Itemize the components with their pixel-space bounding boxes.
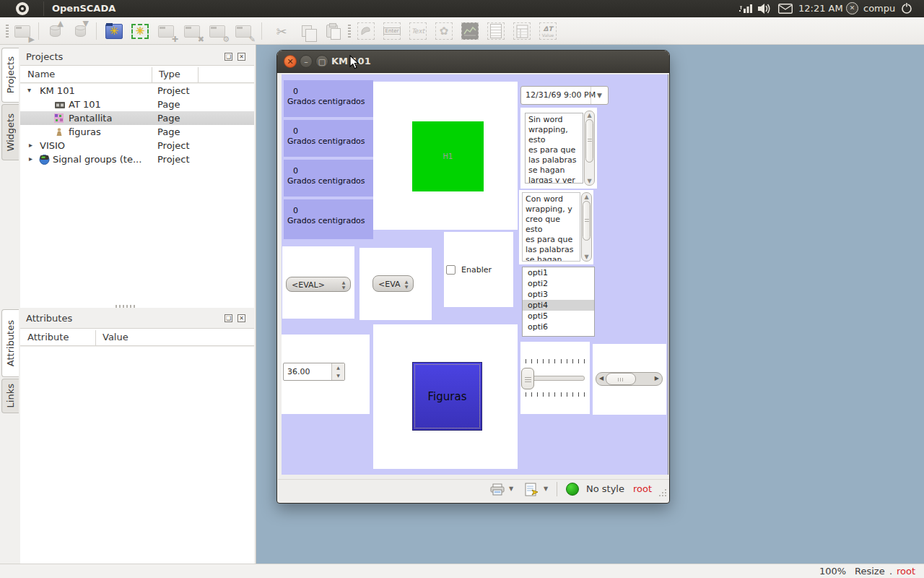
zoom-level: 100% [819, 566, 846, 577]
temp-widget[interactable]: 0 Grados centigrados [284, 80, 373, 117]
chevron-down-icon[interactable]: ▼ [544, 486, 548, 492]
tree-row-visio[interactable]: ▸ VISIO Project [20, 139, 254, 152]
diagram-widget-icon[interactable] [461, 22, 479, 40]
copy-icon[interactable] [297, 22, 316, 40]
vertical-scrollbar[interactable]: ▲ ▼ [581, 192, 592, 262]
horizontal-scrollbar[interactable]: ◀ ▶ [596, 372, 663, 386]
column-value[interactable]: Value [103, 332, 128, 342]
list-item-selected[interactable]: opti4 [523, 300, 594, 311]
window-resize-grip[interactable] [658, 488, 667, 497]
figuras-button[interactable]: Figuras [412, 362, 482, 431]
number-spinbox[interactable]: 36.00 ▲▼ [283, 363, 345, 381]
close-panel-button[interactable]: ✕ [237, 53, 245, 61]
temp-widget[interactable]: 0 Grados centigrados [284, 160, 373, 197]
options-listbox[interactable]: opti1 opti2 opti3 opti4 opti5 opti6 [522, 267, 595, 337]
window-titlebar[interactable]: ✕ – ▢ KM 101 [277, 51, 669, 73]
float-panel-button[interactable]: ❏ [225, 53, 232, 61]
scroll-left-icon[interactable]: ◀ [599, 375, 603, 381]
media-widget-icon[interactable]: ✿ [435, 22, 453, 40]
list-item[interactable]: opti2 [523, 278, 594, 289]
shape-widget-icon[interactable] [357, 22, 375, 40]
widget-properties-icon[interactable]: ⚙ [208, 22, 227, 40]
tree-row-pantallita[interactable]: Pantallita Page [20, 111, 254, 125]
user-menu[interactable]: compu [863, 3, 895, 14]
temp-widget[interactable]: 0 Grados centigrados [284, 199, 373, 239]
list-item[interactable]: opti1 [523, 267, 594, 278]
print-icon[interactable] [489, 483, 505, 496]
page-canvas[interactable]: 0 Grados centigrados 0 Grados centigrado… [282, 74, 668, 475]
vertical-scrollbar[interactable]: ▲ ▼ [584, 111, 595, 186]
tree-row-signal-groups[interactable]: ▸ Signal groups (te... Project [20, 152, 254, 166]
h1-green-box[interactable]: H1 [412, 121, 484, 191]
window-maximize-button[interactable]: ▢ [315, 55, 328, 68]
eval-combobox[interactable]: <EVAL> ▲▼ [286, 277, 351, 292]
save-to-db-icon[interactable]: ▼ [71, 22, 90, 40]
scroll-down-icon[interactable]: ▼ [585, 178, 594, 184]
chevron-down-icon[interactable]: ▼ [590, 87, 608, 104]
slider-track[interactable] [526, 376, 585, 381]
load-from-db-icon[interactable]: ▲ [45, 22, 64, 40]
spin-arrows-icon[interactable]: ▲▼ [331, 363, 344, 380]
dock-splitter[interactable] [116, 305, 137, 308]
power-icon[interactable] [901, 2, 912, 14]
ubuntu-logo-icon[interactable] [16, 2, 29, 15]
scrollbar-thumb[interactable] [583, 201, 590, 241]
window-minimize-button[interactable]: – [300, 55, 313, 68]
scrollbar-thumb[interactable] [585, 119, 593, 163]
toolbar-grip[interactable] [6, 25, 9, 38]
edit-widget-icon[interactable]: ✎ [234, 22, 253, 40]
list-item[interactable]: opti6 [523, 322, 594, 332]
clock[interactable]: 12:21 AM [798, 3, 843, 14]
temp-widget[interactable]: 0 Grados centigrados [284, 120, 373, 157]
tree-row-km101[interactable]: ▾ KM 101 Project [20, 84, 254, 98]
textarea-wrap[interactable]: Con word wrapping, y creo que esto es pa… [522, 192, 580, 262]
tree-row-at101[interactable]: AT 101 Page [20, 98, 254, 111]
paste-icon[interactable] [323, 22, 341, 40]
textarea-nowrap[interactable]: Sin word wrapping, esto es para que las … [525, 113, 583, 184]
spin-arrows-icon[interactable]: ▲▼ [341, 280, 346, 290]
spin-arrows-icon[interactable]: ▲▼ [404, 279, 409, 289]
column-name[interactable]: Name [27, 69, 55, 79]
mode-label: Resize [855, 566, 885, 577]
network-signal-icon[interactable] [739, 4, 754, 14]
cut-icon[interactable]: ✂ [272, 22, 291, 40]
function-widget-icon[interactable]: ΔT Value [539, 22, 557, 40]
tab-attributes[interactable]: Attributes [1, 309, 19, 377]
form-elements-widget-icon[interactable]: Enter [383, 22, 401, 40]
eva-spinbox[interactable]: <EVA ▲▼ [372, 275, 414, 292]
chevron-down-icon[interactable]: ▼ [509, 486, 513, 492]
run-project-icon[interactable]: ▶ [13, 22, 32, 40]
export-icon[interactable] [524, 483, 540, 496]
toolbar-grip[interactable] [348, 25, 351, 38]
enabler-checkbox[interactable] [446, 265, 456, 275]
figuras-panel: Figuras [373, 324, 518, 469]
scrollbar-thumb[interactable] [606, 373, 636, 385]
datetime-combobox[interactable]: 12/31/69 9:00 PM ▼ [520, 86, 609, 105]
window-close-button[interactable]: ✕ [284, 55, 297, 68]
float-panel-button[interactable]: ❏ [225, 314, 232, 322]
scroll-up-icon[interactable]: ▲ [585, 112, 594, 118]
document-widget-icon[interactable] [487, 22, 505, 40]
tree-row-figuras[interactable]: figuras Page [20, 125, 254, 139]
tab-widgets[interactable]: Widgets [1, 104, 19, 160]
add-widget-icon[interactable]: ✚ [157, 22, 175, 40]
delete-widget-icon[interactable]: ✖ [183, 22, 201, 40]
scroll-up-icon[interactable]: ▲ [582, 194, 591, 200]
scroll-down-icon[interactable]: ▼ [582, 254, 591, 260]
column-attribute[interactable]: Attribute [27, 332, 69, 342]
mail-icon[interactable] [778, 4, 793, 14]
list-item[interactable]: opti5 [523, 311, 594, 322]
session-menu-icon[interactable]: ✕ [846, 2, 858, 14]
volume-icon[interactable] [758, 3, 772, 14]
tab-links[interactable]: Links [1, 379, 19, 413]
column-type[interactable]: Type [159, 69, 180, 79]
scroll-right-icon[interactable]: ▶ [655, 375, 659, 381]
close-panel-button[interactable]: ✕ [237, 314, 245, 322]
list-item[interactable]: opti3 [523, 289, 594, 300]
protocol-widget-icon[interactable] [513, 22, 531, 40]
text-widget-icon[interactable]: Text [409, 22, 427, 40]
slider-handle[interactable] [521, 368, 534, 389]
tab-projects[interactable]: Projects [1, 48, 19, 103]
new-widget-icon[interactable]: ✳ [131, 22, 149, 40]
new-project-icon[interactable]: ✳ [105, 22, 123, 40]
